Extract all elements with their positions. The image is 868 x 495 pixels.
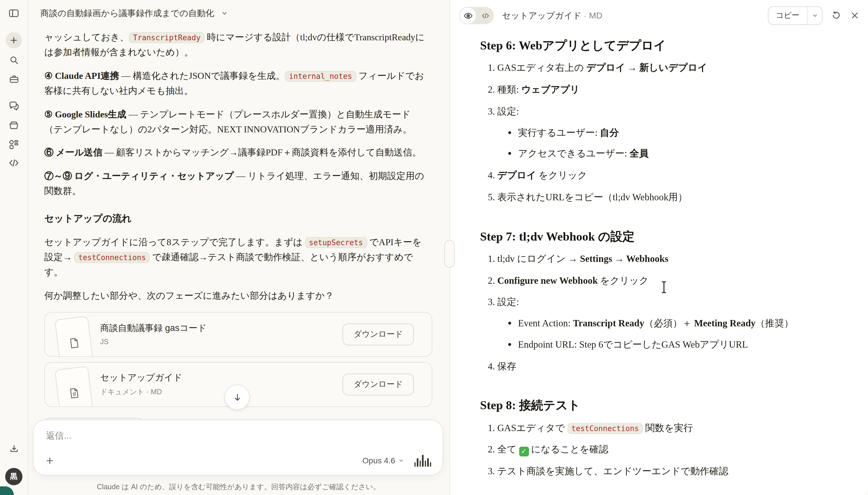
check-emoji: ✓ xyxy=(519,447,529,457)
step6-heading: Step 6: Webアプリとしてデプロイ xyxy=(480,38,803,54)
copy-button[interactable]: コピー xyxy=(768,7,807,24)
list-item: Configure new Webhook をクリック xyxy=(497,274,803,288)
file-name: セットアップガイド xyxy=(100,372,183,383)
list-item: 設定: 実行するユーザー: 自分 アクセスできるユーザー: 全員 xyxy=(497,105,803,161)
message-paragraph: ④ Claude API連携 — 構造化されたJSONで議事録を生成。inter… xyxy=(44,68,425,99)
artifact-actions: コピー xyxy=(768,6,860,25)
refresh-icon[interactable] xyxy=(831,10,841,21)
message-paragraph: ⑤ Google Slides生成 — テンプレートモード（プレースホルダー置換… xyxy=(44,107,425,137)
downloads-icon[interactable] xyxy=(6,441,22,457)
artifact-panel: セットアップガイド·MD コピー Step 6: Webアプリとしてデプロイ xyxy=(449,0,868,495)
copy-options-chevron[interactable] xyxy=(807,7,822,24)
code-icon[interactable] xyxy=(6,155,22,171)
composer-toolbar: Opus 4.6 xyxy=(33,454,443,475)
step7-sublist: Event Action: Transcript Ready（必須）＋ Meet… xyxy=(497,317,803,352)
file-thumbnail xyxy=(55,366,94,407)
list-item: tl;dv にログイン → Settings → Webhooks xyxy=(497,252,803,267)
desktop-corner xyxy=(0,487,14,495)
artifact-title: セットアップガイド·MD xyxy=(502,10,602,21)
message-paragraph: 何か調整したい部分や、次のフェーズに進みたい部分はありますか？ xyxy=(44,288,425,303)
inline-code: TranscriptReady xyxy=(129,32,205,43)
list-item: Endpoint URL: Step 6でコピーしたGAS WebアプリURL xyxy=(518,338,803,352)
sidebar-toggle-icon[interactable] xyxy=(6,5,22,21)
reply-input[interactable]: 返信... xyxy=(33,420,443,442)
apps-icon[interactable] xyxy=(6,136,22,153)
chats-icon[interactable] xyxy=(6,98,22,114)
file-type: ドキュメント · MD xyxy=(100,387,183,397)
list-item: 全て ✓ になることを確認 xyxy=(497,443,803,457)
artifact-header: セットアップガイド·MD コピー xyxy=(450,0,868,25)
search-icon[interactable] xyxy=(6,52,22,68)
list-item: Event Action: Transcript Ready（必須）＋ Meet… xyxy=(518,317,803,331)
message-paragraph: ⑥ メール送信 — 顧客リストからマッチング→議事録PDF＋商談資料を添付して自… xyxy=(44,145,425,160)
step7-list: tl;dv にログイン → Settings → Webhooks Config… xyxy=(480,252,803,374)
artifact-filetype: MD xyxy=(589,10,602,20)
file-name: 商談自動議事録 gasコード xyxy=(100,322,207,335)
user-avatar[interactable]: 黒 xyxy=(5,468,22,485)
list-item: デプロイ をクリック xyxy=(497,169,803,183)
chevron-down-icon[interactable] xyxy=(221,10,228,17)
message-subheading: セットアップの流れ xyxy=(44,211,425,226)
file-type: JS xyxy=(100,338,207,346)
step6-sublist: 実行するユーザー: 自分 アクセスできるユーザー: 全員 xyxy=(497,126,803,161)
scroll-to-bottom-button[interactable] xyxy=(224,385,250,410)
list-item: 表示されたURLをコピー（tl;dv Webhook用） xyxy=(497,190,803,205)
text-cursor xyxy=(661,281,667,293)
sidebar: 黒 xyxy=(0,0,28,495)
voice-input-icon[interactable] xyxy=(414,454,431,467)
preview-eye-icon[interactable] xyxy=(459,7,477,24)
code-view-icon[interactable] xyxy=(477,7,494,24)
inline-code: internal_notes xyxy=(285,71,356,82)
message-paragraph: ャッシュしておき、TranscriptReady 時にマージする設計（tl;dv… xyxy=(44,30,425,60)
step8-list: GASエディタで testConnections 関数を実行 全て ✓ になるこ… xyxy=(480,421,803,479)
close-icon[interactable] xyxy=(850,11,860,20)
preview-code-toggle[interactable] xyxy=(459,7,494,24)
message-paragraph: セットアップガイドに沿って8ステップで完了します。まずは setupSecret… xyxy=(44,235,425,279)
list-item: 実行するユーザー: 自分 xyxy=(518,126,803,140)
download-button[interactable]: ダウンロード xyxy=(343,373,414,395)
artifact-content: Step 6: Webアプリとしてデプロイ GASエディタ右上の デプロイ → … xyxy=(480,38,803,495)
file-info: 商談自動議事録 gasコード JS xyxy=(100,322,207,346)
step7-heading: Step 7: tl;dv Webhook の設定 xyxy=(480,229,803,245)
panel-resize-handle[interactable] xyxy=(444,240,455,268)
projects-icon[interactable] xyxy=(6,71,22,87)
inline-code: testConnections xyxy=(567,423,643,434)
conversation-title[interactable]: 商談の自動録画から議事録作成までの自動化 xyxy=(40,8,214,19)
copy-split-button[interactable]: コピー xyxy=(768,6,822,25)
file-card[interactable]: 商談自動議事録 gasコード JS ダウンロード xyxy=(44,312,432,357)
file-thumbnail xyxy=(55,316,94,357)
message-paragraph: ⑦～⑨ ログ・ユーティリティ・セットアップ — リトライ処理、エラー通知、初期設… xyxy=(44,169,425,199)
app-window: 黒 商談の自動録画から議事録作成までの自動化 ャッシュしておき、Transcri… xyxy=(0,0,868,495)
model-name: Opus 4.6 xyxy=(362,456,395,465)
list-item: GASエディタ右上の デプロイ → 新しいデプロイ xyxy=(497,61,803,76)
arrow-down-icon xyxy=(232,392,242,402)
step6-list: GASエディタ右上の デプロイ → 新しいデプロイ 種類: ウェブアプリ 設定:… xyxy=(480,61,803,205)
conversation-header: 商談の自動録画から議事録作成までの自動化 xyxy=(28,0,449,27)
chat-column: 商談の自動録画から議事録作成までの自動化 ャッシュしておき、Transcript… xyxy=(28,0,449,495)
list-item: 設定: Event Action: Transcript Ready（必須）＋ … xyxy=(497,295,803,352)
list-item: GASエディタで testConnections 関数を実行 xyxy=(497,421,803,436)
chevron-down-icon xyxy=(398,458,404,463)
model-selector[interactable]: Opus 4.6 xyxy=(362,456,404,465)
download-button[interactable]: ダウンロード xyxy=(343,323,414,345)
list-item: アクセスできるユーザー: 全員 xyxy=(518,147,803,161)
ai-disclaimer: Claude は AI のため、誤りを含む可能性があります。回答内容は必ずご確認… xyxy=(28,482,449,492)
file-info: セットアップガイド ドキュメント · MD xyxy=(100,372,183,397)
inline-code: testConnections xyxy=(74,252,150,263)
artifacts-icon[interactable] xyxy=(6,117,22,133)
reply-composer[interactable]: 返信... Opus 4.6 xyxy=(33,420,443,475)
inline-code: setupSecrets xyxy=(305,237,367,248)
step8-heading: Step 8: 接続テスト xyxy=(480,398,803,414)
assistant-message: ャッシュしておき、TranscriptReady 時にマージする設計（tl;dv… xyxy=(28,27,425,303)
list-item: 種類: ウェブアプリ xyxy=(497,83,803,97)
list-item: テスト商談を実施して、エンドツーエンドで動作確認 xyxy=(497,464,803,479)
new-chat-button[interactable] xyxy=(6,32,22,48)
attach-button[interactable] xyxy=(45,456,55,465)
list-item: 保存 xyxy=(497,359,803,374)
